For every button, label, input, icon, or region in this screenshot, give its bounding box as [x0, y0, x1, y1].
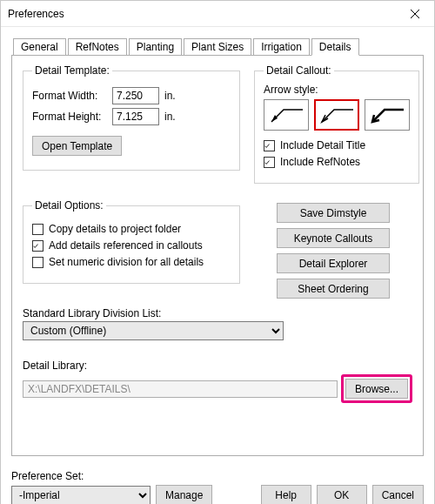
format-width-input[interactable] — [112, 87, 159, 104]
tab-panel-details: Detail Template: Format Width: in. Forma… — [11, 55, 424, 456]
preference-set-combo[interactable]: -Imperial — [11, 486, 151, 505]
detail-template-legend: Detail Template: — [32, 64, 112, 77]
detail-callout-legend: Detail Callout: — [264, 64, 334, 77]
arrow-style-options — [264, 99, 410, 131]
save-dimstyle-button[interactable]: Save Dimstyle — [277, 203, 390, 223]
detail-options-legend: Detail Options: — [32, 199, 106, 212]
footer-bar: Preference Set: -Imperial Manage Help OK… — [1, 467, 434, 504]
numeric-division-checkbox[interactable] — [32, 257, 44, 268]
check-icon — [33, 241, 38, 251]
detail-template-group: Detail Template: Format Width: in. Forma… — [23, 64, 240, 171]
numeric-label: Set numeric division for all details — [49, 256, 204, 268]
tab-plant-sizes[interactable]: Plant Sizes — [184, 38, 251, 56]
detail-library-path[interactable] — [23, 380, 338, 398]
arrow-style-3[interactable] — [365, 99, 410, 131]
include-title-checkbox[interactable] — [264, 140, 275, 151]
help-button[interactable]: Help — [261, 485, 311, 504]
add-ref-label: Add details referenced in callouts — [49, 239, 203, 252]
arrow-style-label: Arrow style: — [264, 84, 410, 96]
titlebar: Preferences — [1, 1, 434, 27]
arrow-icon-filled — [266, 103, 306, 127]
preference-set-label: Preference Set: — [11, 470, 212, 482]
copy-details-label: Copy details to project folder — [49, 223, 181, 235]
cancel-button[interactable]: Cancel — [372, 485, 424, 504]
std-library-combo[interactable]: Custom (Offline) — [23, 321, 284, 340]
tab-refnotes[interactable]: RefNotes — [68, 38, 127, 56]
detail-callout-group: Detail Callout: Arrow style: — [254, 64, 419, 184]
format-height-input[interactable] — [112, 108, 159, 125]
include-refnotes-checkbox[interactable] — [264, 157, 275, 168]
std-library-label: Standard Library Division List: — [23, 307, 412, 319]
tab-general[interactable]: General — [13, 38, 66, 56]
content-area: General RefNotes Planting Plant Sizes Ir… — [1, 27, 434, 467]
window-title: Preferences — [8, 8, 64, 20]
ok-button[interactable]: OK — [317, 485, 367, 504]
tab-irrigation[interactable]: Irrigation — [253, 38, 310, 56]
tab-bar: General RefNotes Planting Plant Sizes Ir… — [13, 37, 422, 55]
format-height-label: Format Height: — [32, 111, 112, 123]
browse-button[interactable]: Browse... — [345, 379, 408, 399]
detail-explorer-button[interactable]: Detail Explorer — [277, 253, 390, 273]
sheet-ordering-button[interactable]: Sheet Ordering — [277, 279, 390, 299]
detail-library-label: Detail Library: — [23, 360, 412, 372]
open-template-button[interactable]: Open Template — [32, 136, 122, 156]
arrow-icon-open — [317, 103, 357, 127]
include-title-label: Include Detail Title — [280, 139, 365, 151]
close-button[interactable] — [396, 1, 434, 27]
arrow-style-1[interactable] — [264, 99, 309, 131]
browse-highlight: Browse... — [341, 374, 412, 403]
action-button-stack: Save Dimstyle Keynote Callouts Detail Ex… — [254, 203, 412, 299]
arrow-style-2[interactable] — [314, 99, 359, 131]
tab-planting[interactable]: Planting — [129, 38, 182, 56]
add-ref-checkbox[interactable] — [32, 240, 44, 252]
detail-options-group: Detail Options: Copy details to project … — [23, 199, 240, 284]
format-height-unit: in. — [164, 111, 176, 123]
copy-details-checkbox[interactable] — [32, 224, 44, 235]
check-icon — [264, 158, 270, 167]
check-icon — [264, 141, 270, 151]
manage-button[interactable]: Manage — [156, 485, 212, 504]
format-width-label: Format Width: — [32, 90, 112, 102]
arrow-icon-heavy — [367, 103, 407, 127]
include-refnotes-label: Include RefNotes — [280, 156, 360, 168]
close-icon — [411, 10, 419, 18]
format-width-unit: in. — [164, 90, 176, 102]
preferences-window: Preferences General RefNotes Planting Pl… — [0, 0, 435, 504]
keynote-callouts-button[interactable]: Keynote Callouts — [277, 228, 390, 248]
tab-details[interactable]: Details — [311, 38, 359, 56]
